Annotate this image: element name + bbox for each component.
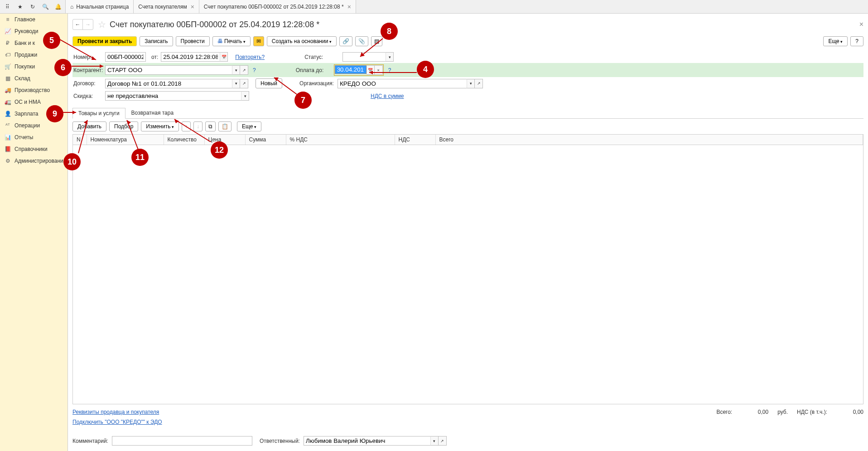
open-icon[interactable]: ↗	[475, 79, 483, 88]
tab-home[interactable]: ⌂ Начальная страница	[65, 0, 134, 13]
calendar-icon[interactable]: 📅	[220, 52, 228, 62]
content: ← → ☆ Счет покупателю 00БП-000002 от 25.…	[68, 14, 868, 451]
create-based-button[interactable]: Создать на основании	[267, 36, 337, 46]
contragent-input[interactable]	[105, 65, 232, 75]
nav-buttons: ← →	[72, 19, 93, 30]
tab-invoices-label: Счета покупателям	[138, 4, 187, 10]
sidebar-item-reports[interactable]: 📊Отчеты	[0, 131, 68, 143]
back-button[interactable]: ←	[73, 19, 83, 29]
form-area: Номер: от: 📅 Повторять? Статус: ▾ Контра…	[72, 49, 863, 104]
sidebar-label: Склад	[14, 75, 30, 82]
annotation-4: 4	[417, 61, 434, 78]
annotation-9: 9	[46, 105, 63, 122]
book-icon: 📕	[4, 146, 12, 152]
col-sum[interactable]: Сумма	[245, 135, 286, 145]
open-icon[interactable]: ↗	[439, 436, 447, 446]
date-input[interactable]	[161, 52, 220, 62]
star-icon[interactable]: ★	[14, 1, 25, 12]
help-button[interactable]: ?	[850, 36, 863, 46]
col-nds-pct[interactable]: % НДС	[286, 135, 395, 145]
nds-value: 0,00	[836, 409, 863, 415]
bell-icon[interactable]: 🔔	[53, 1, 63, 12]
dropdown-icon[interactable]: ▾	[232, 65, 240, 75]
svg-line-14	[127, 120, 138, 150]
sidebar-item-production[interactable]: 🚚Производство	[0, 84, 68, 96]
more-sub-button[interactable]: Еще	[237, 121, 261, 131]
seller-buyer-link[interactable]: Реквизиты продавца и покупателя	[72, 409, 159, 415]
footer-links: Реквизиты продавца и покупателя Подключи…	[72, 404, 162, 433]
close-icon[interactable]: ×	[347, 3, 351, 10]
apps-icon[interactable]: ⠿	[2, 1, 13, 12]
forward-button[interactable]: →	[83, 19, 93, 29]
search-icon[interactable]: 🔍	[40, 1, 51, 12]
annotation-10: 10	[63, 153, 81, 170]
dropdown-icon[interactable]: ▾	[430, 436, 439, 446]
command-bar: Провести и закрыть Записать Провести 🖶 П…	[72, 34, 863, 49]
nds-mode-link[interactable]: НДС в сумме	[371, 93, 404, 99]
dropdown-icon[interactable]: ▾	[467, 79, 475, 88]
print-button[interactable]: 🖶 Печать	[212, 36, 251, 46]
sidebar-item-main[interactable]: ≡Главное	[0, 14, 68, 25]
post-button[interactable]: Провести	[176, 36, 210, 46]
gear-icon: ⚙	[4, 158, 12, 164]
save-button[interactable]: Записать	[140, 36, 173, 46]
chart-icon: 📈	[4, 28, 12, 34]
contract-input[interactable]	[105, 79, 232, 88]
svg-marker-17	[174, 119, 179, 123]
edo-link[interactable]: Подключить "ООО "КРЕДО"" к ЭДО	[72, 419, 162, 425]
col-total[interactable]: Всего	[435, 135, 863, 145]
close-page-button[interactable]: ×	[859, 20, 863, 29]
history-icon[interactable]: ↻	[27, 1, 38, 12]
help-icon[interactable]: ?	[253, 67, 256, 73]
annotation-6: 6	[54, 59, 72, 76]
sidebar-label: Операции	[14, 122, 40, 129]
bars-icon: 📊	[4, 134, 12, 141]
org-input[interactable]	[338, 79, 467, 88]
structure-button[interactable]: 🔗	[339, 36, 352, 46]
items-table[interactable]: N Номенклатура Количество Цена Сумма % Н…	[72, 134, 863, 404]
dropdown-icon[interactable]: ▾	[241, 91, 249, 101]
svg-marker-3	[100, 64, 103, 68]
totals: Всего: 0,00 руб. НДС (в т.ч.): 0,00	[716, 404, 863, 415]
comment-label: Комментарий:	[72, 438, 108, 444]
tab-current-label: Счет покупателю 00БП-000002 от 25.04.201…	[204, 4, 344, 10]
from-label: от:	[151, 54, 158, 60]
truck2-icon: 🚛	[4, 99, 12, 105]
open-icon[interactable]: ↗	[240, 79, 248, 88]
sidebar-item-admin[interactable]: ⚙Администрировани	[0, 155, 68, 167]
close-icon[interactable]: ×	[191, 3, 194, 10]
tab-tare[interactable]: Возвратная тара	[125, 107, 180, 118]
discount-label: Скидка:	[72, 93, 102, 99]
tab-current-doc[interactable]: Счет покупателю 00БП-000002 от 25.04.201…	[199, 0, 356, 13]
sidebar-label: Администрировани	[14, 158, 63, 164]
grid-icon: ▦	[4, 75, 12, 82]
comment-input[interactable]	[112, 436, 252, 446]
cart-icon: 🛒	[4, 63, 12, 70]
truck-icon: 🚚	[4, 87, 12, 93]
open-icon[interactable]: ↗	[240, 65, 248, 75]
page-title: Счет покупателю 00БП-000002 от 25.04.201…	[110, 20, 319, 29]
sidebar-item-sales[interactable]: 🏷Продажи	[0, 49, 68, 61]
sidebar-label: Главное	[14, 16, 35, 23]
person-icon: 👤	[4, 111, 12, 117]
dropdown-icon[interactable]: ▾	[386, 52, 394, 62]
dropdown-icon[interactable]: ▾	[232, 79, 240, 88]
email-button[interactable]: ✉	[253, 36, 264, 46]
tab-home-label: Начальная страница	[76, 4, 129, 10]
discount-select[interactable]	[105, 91, 241, 101]
more-button[interactable]: Еще	[823, 36, 848, 46]
sidebar-label: Зарплата	[14, 111, 39, 117]
responsible-input[interactable]	[304, 436, 430, 446]
payby-input[interactable]	[335, 65, 366, 74]
repeat-link[interactable]: Повторять?	[235, 54, 265, 60]
sidebar-label: Справочники	[14, 146, 48, 152]
favorite-star-icon[interactable]: ☆	[98, 19, 106, 30]
tab-invoices[interactable]: Счета покупателям ×	[134, 0, 199, 13]
responsible-label: Ответственный:	[260, 438, 300, 444]
paste-button[interactable]: 📋	[218, 121, 231, 131]
number-input[interactable]	[105, 52, 146, 62]
col-nds[interactable]: НДС	[395, 135, 435, 145]
svg-line-16	[174, 119, 211, 142]
home-icon: ⌂	[70, 4, 73, 10]
sidebar-item-refs[interactable]: 📕Справочники	[0, 143, 68, 155]
